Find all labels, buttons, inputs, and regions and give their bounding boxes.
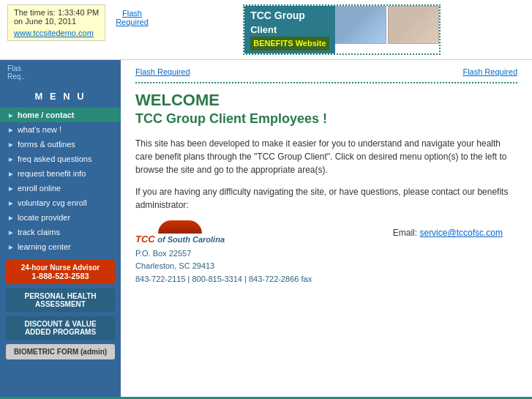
banner-images <box>335 6 439 53</box>
tcc-name: TCC of South Carolina <box>135 234 225 245</box>
sidebar-item-forms[interactable]: ► forms & outlines <box>0 137 121 152</box>
welcome-paragraph1: This site has been developed to make it … <box>135 137 517 176</box>
discount-programs-button[interactable]: DISCOUNT & VALUE ADDED PROGRAMS <box>6 316 115 340</box>
arrow-icon-home: ► <box>7 111 15 119</box>
sidebar-flash-left[interactable]: FlasReq.. <box>3 61 29 83</box>
health-assessment-label2: ASSESSMENT <box>10 300 110 308</box>
arrow-icon-track: ► <box>7 228 15 236</box>
tcc-address: P.O. Box 22557 Charleston, SC 29413 <box>135 247 214 272</box>
banner-image-2 <box>388 6 439 44</box>
arrow-icon-learning: ► <box>7 243 15 251</box>
sidebar-item-enroll[interactable]: ► enroll online <box>0 181 121 195</box>
arrow-icon-whats-new: ► <box>7 126 15 134</box>
top-banner: TCC Group Client BENEFITS Website <box>159 4 525 55</box>
tcc-email-area: Email: service@tccofsc.com <box>393 228 503 238</box>
arrow-icon-faq: ► <box>7 155 15 163</box>
banner-line2: Client <box>250 23 329 37</box>
sidebar-item-label-request: request benefit info <box>18 169 86 178</box>
tcc-logo-area: TCC of South Carolina P.O. Box 22557 Cha… <box>135 220 312 283</box>
flash-required-top-left[interactable]: FlashRequired <box>105 4 159 31</box>
welcome-paragraph2: If you are having any difficulty navigat… <box>135 185 517 212</box>
sidebar-item-locate[interactable]: ► locate provider <box>0 210 121 225</box>
nurse-advisor-label: 24-hour Nurse Advisor <box>10 264 110 272</box>
content-area: Flash Required Flash Required WELCOME TC… <box>121 60 532 397</box>
site-url: www.tccsitedemo.com <box>14 29 99 37</box>
flash-required-content-left[interactable]: Flash Required <box>135 67 190 76</box>
main-layout: FlasReq.. M E N U ► home / contact ► wha… <box>0 60 532 397</box>
flash-top-row: Flash Required Flash Required <box>135 67 517 76</box>
sidebar-item-label-faq: freq asked questions <box>18 154 92 163</box>
nurse-advisor-phone: 1-888-523-2583 <box>10 272 110 280</box>
arrow-icon-locate: ► <box>7 214 15 222</box>
flash-required-content-right[interactable]: Flash Required <box>462 67 517 76</box>
nurse-advisor-button[interactable]: 24-hour Nurse Advisor 1-888-523-2583 <box>6 260 115 284</box>
biometric-label: BIOMETRIC FORM (admin) <box>14 348 107 356</box>
sidebar: FlasReq.. M E N U ► home / contact ► wha… <box>0 60 121 397</box>
sidebar-item-label-home: home / contact <box>18 111 75 119</box>
dotted-divider <box>135 82 517 83</box>
sidebar-item-label-whats-new: what's new ! <box>18 125 61 134</box>
welcome-sub: TCC Group Client Employees ! <box>135 111 517 127</box>
banner-line1: TCC Group <box>250 9 329 23</box>
sidebar-item-label-learning: learning center <box>18 242 71 251</box>
discount-label2: ADDED PROGRAMS <box>10 328 110 336</box>
health-assessment-button[interactable]: PERSONAL HEALTH ASSESSMENT <box>6 288 115 312</box>
sidebar-item-request-benefit[interactable]: ► request benefit info <box>0 166 121 181</box>
arrow-icon-enroll: ► <box>7 184 15 193</box>
email-link[interactable]: service@tccofsc.com <box>419 228 503 238</box>
sidebar-item-label-forms: forms & outlines <box>18 140 75 149</box>
sidebar-item-track-claims[interactable]: ► track claims <box>0 225 121 239</box>
sidebar-item-label-enroll: enroll online <box>18 184 61 193</box>
discount-label: DISCOUNT & VALUE <box>10 320 110 328</box>
sidebar-item-whats-new[interactable]: ► what's new ! <box>0 122 121 137</box>
time-info: The time is: 1:33:40 PM on June 10, 2011… <box>7 4 105 41</box>
tcc-city: Charleston, SC 29413 <box>135 260 214 272</box>
arrow-icon-forms: ► <box>7 141 15 149</box>
sidebar-item-voluntary[interactable]: ► voluntary cvg enroll <box>0 195 121 210</box>
sidebar-item-label-voluntary: voluntary cvg enroll <box>18 198 87 207</box>
banner-image-1 <box>335 6 386 44</box>
top-bar: The time is: 1:33:40 PM on June 10, 2011… <box>0 0 532 60</box>
banner-box: TCC Group Client BENEFITS Website <box>244 6 334 53</box>
biometric-form-button[interactable]: BIOMETRIC FORM (admin) <box>6 344 115 359</box>
sidebar-item-home[interactable]: ► home / contact <box>0 108 121 122</box>
tcc-sc: of South Carolina <box>157 235 225 244</box>
welcome-heading: WELCOME <box>135 91 517 110</box>
sidebar-item-label-track: track claims <box>18 228 60 236</box>
tcc-po: P.O. Box 22557 <box>135 247 214 260</box>
health-assessment-label: PERSONAL HEALTH <box>10 292 110 300</box>
sidebar-menu-title: M E N U <box>0 85 121 108</box>
arrow-icon-voluntary: ► <box>7 199 15 207</box>
tcc-info-box: TCC of South Carolina P.O. Box 22557 Cha… <box>135 220 517 283</box>
tcc-arch-decoration <box>158 220 202 234</box>
benefits-label: BENEFITS Website <box>250 37 329 51</box>
date-label: on June 10, 2011 <box>14 17 99 26</box>
sidebar-item-learning[interactable]: ► learning center <box>0 239 121 254</box>
sidebar-item-label-locate: locate provider <box>18 213 70 222</box>
tcc-phone: 843-722-2115 | 800-815-3314 | 843-722-28… <box>135 275 312 283</box>
banner-text: TCC Group Client BENEFITS Website <box>250 9 329 51</box>
email-label: Email: service@tccofsc.com <box>393 228 503 238</box>
time-label: The time is: 1:33:40 PM <box>14 8 99 17</box>
arrow-icon-request: ► <box>7 170 15 178</box>
tcc-logo: TCC of South Carolina <box>135 220 225 245</box>
sidebar-item-faq[interactable]: ► freq asked questions <box>0 152 121 166</box>
